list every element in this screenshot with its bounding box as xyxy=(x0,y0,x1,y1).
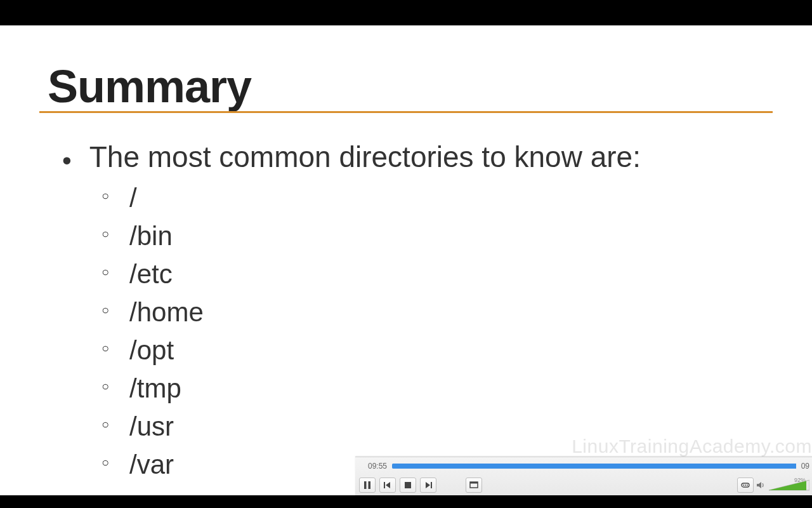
circle-bullet-icon: ○ xyxy=(102,417,109,432)
list-item: ○ /tmp xyxy=(102,370,774,408)
circle-bullet-icon: ○ xyxy=(102,303,109,318)
bullet-dot-icon: • xyxy=(62,147,72,174)
pause-button[interactable] xyxy=(359,478,376,493)
seek-bar[interactable] xyxy=(392,464,796,469)
list-item: ○ /etc xyxy=(102,255,774,293)
letterbox-top xyxy=(0,0,812,25)
seek-row: 09:55 09 xyxy=(355,457,812,475)
list-item: ○ / xyxy=(102,179,774,217)
slide-content: • The most common directories to know ar… xyxy=(62,140,774,484)
circle-bullet-icon: ○ xyxy=(102,227,109,241)
circle-bullet-icon: ○ xyxy=(102,189,109,203)
list-item: ○ /home xyxy=(102,293,774,331)
svg-marker-13 xyxy=(757,482,761,488)
sub-item-text: / xyxy=(129,183,137,213)
fullscreen-button[interactable] xyxy=(466,478,482,493)
circle-bullet-icon: ○ xyxy=(102,455,109,470)
seek-bar-progress xyxy=(392,464,796,469)
svg-rect-0 xyxy=(364,481,367,489)
next-button[interactable] xyxy=(420,478,436,493)
sub-item-text: /bin xyxy=(129,221,173,251)
main-bullet-row: • The most common directories to know ar… xyxy=(62,140,774,174)
svg-marker-5 xyxy=(426,482,430,488)
svg-point-10 xyxy=(743,485,744,486)
media-player: 09:55 09 xyxy=(355,457,812,495)
svg-rect-4 xyxy=(405,482,411,488)
sub-item-text: /home xyxy=(129,297,204,328)
skip-back-icon xyxy=(383,480,393,490)
loop-icon xyxy=(740,480,750,490)
svg-rect-2 xyxy=(384,482,385,488)
svg-point-11 xyxy=(745,485,746,486)
title-underline xyxy=(39,111,773,113)
slide-area: Summary • The most common directories to… xyxy=(0,25,812,495)
time-elapsed: 09:55 xyxy=(355,462,387,471)
pause-icon xyxy=(362,480,372,490)
watermark-text: LinuxTrainingAcademy.com xyxy=(572,436,812,457)
svg-marker-3 xyxy=(386,482,390,488)
list-item: ○ /opt xyxy=(102,331,774,370)
controls-row: 92% xyxy=(355,475,812,495)
right-controls: 92% xyxy=(737,476,809,494)
time-total: 09 xyxy=(801,462,809,471)
svg-rect-8 xyxy=(470,482,478,484)
circle-bullet-icon: ○ xyxy=(102,379,109,394)
list-item: ○ /bin xyxy=(102,217,774,255)
main-bullet-text: The most common directories to know are: xyxy=(89,140,641,174)
svg-rect-1 xyxy=(369,481,371,489)
sub-item-text: /var xyxy=(129,450,174,480)
sub-item-text: /tmp xyxy=(129,373,181,404)
sub-item-text: /usr xyxy=(129,411,174,442)
volume-icon[interactable] xyxy=(755,478,766,492)
svg-rect-6 xyxy=(431,482,432,488)
svg-point-12 xyxy=(747,485,748,486)
circle-bullet-icon: ○ xyxy=(102,265,109,279)
stop-icon xyxy=(403,480,413,490)
sub-item-text: /opt xyxy=(129,335,174,366)
slide-title: Summary xyxy=(48,60,251,112)
volume-slider[interactable]: 92% xyxy=(769,478,809,492)
letterbox-bottom xyxy=(0,495,812,508)
skip-forward-icon xyxy=(423,480,433,490)
loop-button[interactable] xyxy=(737,478,754,493)
fullscreen-icon xyxy=(469,480,479,490)
previous-button[interactable] xyxy=(379,478,396,493)
circle-bullet-icon: ○ xyxy=(102,341,109,356)
sub-item-text: /etc xyxy=(129,259,173,290)
stop-button[interactable] xyxy=(400,478,416,493)
